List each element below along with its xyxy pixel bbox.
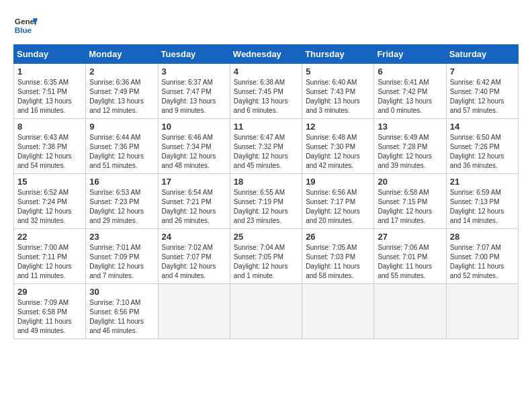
column-headers: SundayMondayTuesdayWednesdayThursdayFrid… xyxy=(14,45,519,64)
day-info: Sunrise: 6:42 AM Sunset: 7:40 PM Dayligh… xyxy=(450,78,515,116)
calendar-week-1: 1Sunrise: 6:35 AM Sunset: 7:51 PM Daylig… xyxy=(14,64,519,119)
calendar-cell: 8Sunrise: 6:43 AM Sunset: 7:38 PM Daylig… xyxy=(14,119,86,174)
day-number: 8 xyxy=(17,122,82,132)
calendar-cell: 3Sunrise: 6:37 AM Sunset: 7:47 PM Daylig… xyxy=(158,64,230,119)
calendar-cell: 14Sunrise: 6:50 AM Sunset: 7:26 PM Dayli… xyxy=(446,119,518,174)
day-number: 5 xyxy=(306,66,370,77)
day-number: 2 xyxy=(89,66,154,77)
calendar-cell: 9Sunrise: 6:44 AM Sunset: 7:36 PM Daylig… xyxy=(86,119,158,174)
calendar-cell: 24Sunrise: 7:02 AM Sunset: 7:07 PM Dayli… xyxy=(158,229,230,284)
day-info: Sunrise: 6:48 AM Sunset: 7:30 PM Dayligh… xyxy=(306,133,370,171)
day-info: Sunrise: 6:41 AM Sunset: 7:42 PM Dayligh… xyxy=(378,78,442,116)
calendar-cell: 29Sunrise: 7:09 AM Sunset: 6:58 PM Dayli… xyxy=(14,284,86,339)
day-info: Sunrise: 7:07 AM Sunset: 7:00 PM Dayligh… xyxy=(450,243,515,281)
calendar-cell xyxy=(446,284,518,339)
day-number: 12 xyxy=(306,122,370,132)
day-number: 17 xyxy=(162,177,226,187)
day-number: 29 xyxy=(17,287,82,297)
day-info: Sunrise: 6:56 AM Sunset: 7:17 PM Dayligh… xyxy=(306,188,370,226)
calendar-cell: 30Sunrise: 7:10 AM Sunset: 6:56 PM Dayli… xyxy=(86,284,158,339)
day-number: 14 xyxy=(450,122,515,132)
calendar-cell: 16Sunrise: 6:53 AM Sunset: 7:23 PM Dayli… xyxy=(86,174,158,229)
calendar-week-4: 22Sunrise: 7:00 AM Sunset: 7:11 PM Dayli… xyxy=(14,229,519,284)
calendar-cell: 23Sunrise: 7:01 AM Sunset: 7:09 PM Dayli… xyxy=(86,229,158,284)
day-info: Sunrise: 6:44 AM Sunset: 7:36 PM Dayligh… xyxy=(89,133,154,171)
day-number: 22 xyxy=(17,232,82,242)
day-info: Sunrise: 7:10 AM Sunset: 6:56 PM Dayligh… xyxy=(89,298,154,336)
day-number: 23 xyxy=(89,232,154,242)
calendar-cell: 12Sunrise: 6:48 AM Sunset: 7:30 PM Dayli… xyxy=(302,119,374,174)
day-info: Sunrise: 7:00 AM Sunset: 7:11 PM Dayligh… xyxy=(17,243,82,281)
calendar-cell: 11Sunrise: 6:47 AM Sunset: 7:32 PM Dayli… xyxy=(230,119,302,174)
calendar-week-5: 29Sunrise: 7:09 AM Sunset: 6:58 PM Dayli… xyxy=(14,284,519,339)
day-number: 13 xyxy=(378,122,442,132)
calendar-cell: 15Sunrise: 6:52 AM Sunset: 7:24 PM Dayli… xyxy=(14,174,86,229)
column-header-saturday: Saturday xyxy=(446,45,518,64)
day-info: Sunrise: 7:06 AM Sunset: 7:01 PM Dayligh… xyxy=(378,243,442,281)
day-number: 10 xyxy=(162,122,226,132)
day-info: Sunrise: 6:58 AM Sunset: 7:15 PM Dayligh… xyxy=(378,188,442,226)
logo: General Blue xyxy=(13,13,38,38)
day-number: 3 xyxy=(162,66,226,77)
calendar-cell: 25Sunrise: 7:04 AM Sunset: 7:05 PM Dayli… xyxy=(230,229,302,284)
calendar-cell: 10Sunrise: 6:46 AM Sunset: 7:34 PM Dayli… xyxy=(158,119,230,174)
column-header-wednesday: Wednesday xyxy=(230,45,302,64)
calendar-week-3: 15Sunrise: 6:52 AM Sunset: 7:24 PM Dayli… xyxy=(14,174,519,229)
column-header-monday: Monday xyxy=(86,45,158,64)
day-number: 1 xyxy=(17,66,82,77)
day-number: 7 xyxy=(450,66,515,77)
day-info: Sunrise: 6:35 AM Sunset: 7:51 PM Dayligh… xyxy=(17,78,82,116)
day-number: 16 xyxy=(89,177,154,187)
calendar-cell xyxy=(374,284,446,339)
calendar-cell: 28Sunrise: 7:07 AM Sunset: 7:00 PM Dayli… xyxy=(446,229,518,284)
day-info: Sunrise: 6:46 AM Sunset: 7:34 PM Dayligh… xyxy=(162,133,226,171)
day-number: 20 xyxy=(378,177,442,187)
day-info: Sunrise: 6:38 AM Sunset: 7:45 PM Dayligh… xyxy=(234,78,298,116)
calendar-cell xyxy=(230,284,302,339)
column-header-tuesday: Tuesday xyxy=(158,45,230,64)
day-number: 30 xyxy=(89,287,154,297)
day-number: 25 xyxy=(234,232,298,242)
day-number: 21 xyxy=(450,177,515,187)
logo-icon: General Blue xyxy=(13,13,38,38)
day-number: 24 xyxy=(162,232,226,242)
day-number: 28 xyxy=(450,232,515,242)
day-number: 18 xyxy=(234,177,298,187)
calendar-cell: 17Sunrise: 6:54 AM Sunset: 7:21 PM Dayli… xyxy=(158,174,230,229)
calendar-cell: 5Sunrise: 6:40 AM Sunset: 7:43 PM Daylig… xyxy=(302,64,374,119)
day-number: 26 xyxy=(306,232,370,242)
column-header-friday: Friday xyxy=(374,45,446,64)
day-number: 6 xyxy=(378,66,442,77)
column-header-sunday: Sunday xyxy=(14,45,86,64)
day-info: Sunrise: 6:37 AM Sunset: 7:47 PM Dayligh… xyxy=(162,78,226,116)
calendar-table: SundayMondayTuesdayWednesdayThursdayFrid… xyxy=(13,44,519,339)
calendar-cell xyxy=(302,284,374,339)
day-info: Sunrise: 7:09 AM Sunset: 6:58 PM Dayligh… xyxy=(17,298,82,336)
day-info: Sunrise: 6:54 AM Sunset: 7:21 PM Dayligh… xyxy=(162,188,226,226)
calendar-cell: 19Sunrise: 6:56 AM Sunset: 7:17 PM Dayli… xyxy=(302,174,374,229)
calendar-cell: 27Sunrise: 7:06 AM Sunset: 7:01 PM Dayli… xyxy=(374,229,446,284)
day-info: Sunrise: 6:43 AM Sunset: 7:38 PM Dayligh… xyxy=(17,133,82,171)
day-number: 19 xyxy=(306,177,370,187)
day-info: Sunrise: 6:47 AM Sunset: 7:32 PM Dayligh… xyxy=(234,133,298,171)
calendar-cell: 2Sunrise: 6:36 AM Sunset: 7:49 PM Daylig… xyxy=(86,64,158,119)
day-info: Sunrise: 6:50 AM Sunset: 7:26 PM Dayligh… xyxy=(450,133,515,171)
calendar-cell: 6Sunrise: 6:41 AM Sunset: 7:42 PM Daylig… xyxy=(374,64,446,119)
day-number: 9 xyxy=(89,122,154,132)
svg-text:Blue: Blue xyxy=(15,26,32,34)
day-info: Sunrise: 6:55 AM Sunset: 7:19 PM Dayligh… xyxy=(234,188,298,226)
day-number: 4 xyxy=(234,66,298,77)
day-number: 11 xyxy=(234,122,298,132)
day-info: Sunrise: 7:01 AM Sunset: 7:09 PM Dayligh… xyxy=(89,243,154,281)
day-info: Sunrise: 6:52 AM Sunset: 7:24 PM Dayligh… xyxy=(17,188,82,226)
calendar-week-2: 8Sunrise: 6:43 AM Sunset: 7:38 PM Daylig… xyxy=(14,119,519,174)
day-info: Sunrise: 7:04 AM Sunset: 7:05 PM Dayligh… xyxy=(234,243,298,281)
day-info: Sunrise: 6:59 AM Sunset: 7:13 PM Dayligh… xyxy=(450,188,515,226)
calendar-cell: 26Sunrise: 7:05 AM Sunset: 7:03 PM Dayli… xyxy=(302,229,374,284)
calendar-cell: 20Sunrise: 6:58 AM Sunset: 7:15 PM Dayli… xyxy=(374,174,446,229)
day-info: Sunrise: 7:02 AM Sunset: 7:07 PM Dayligh… xyxy=(162,243,226,281)
page-header: General Blue xyxy=(13,13,519,38)
calendar-cell: 7Sunrise: 6:42 AM Sunset: 7:40 PM Daylig… xyxy=(446,64,518,119)
calendar-cell: 21Sunrise: 6:59 AM Sunset: 7:13 PM Dayli… xyxy=(446,174,518,229)
day-number: 27 xyxy=(378,232,442,242)
